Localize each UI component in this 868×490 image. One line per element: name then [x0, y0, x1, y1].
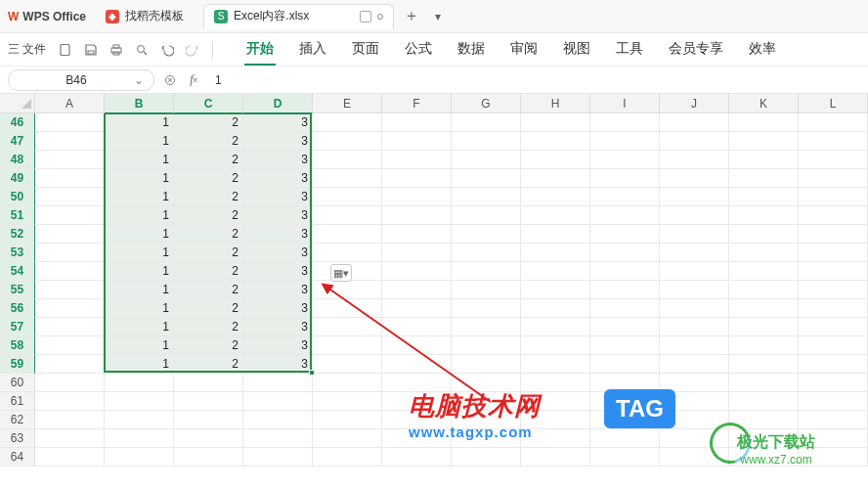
pin-icon[interactable]: [360, 11, 371, 22]
cell[interactable]: 2: [174, 132, 243, 151]
cell[interactable]: [729, 132, 799, 151]
cell[interactable]: [313, 113, 382, 132]
cell[interactable]: [313, 132, 382, 151]
cell[interactable]: [590, 113, 660, 132]
cell[interactable]: [452, 206, 521, 225]
row-header[interactable]: 59: [0, 355, 35, 374]
cell[interactable]: [799, 113, 868, 132]
cell[interactable]: [35, 169, 105, 188]
cell[interactable]: [521, 448, 590, 467]
cell[interactable]: [174, 448, 243, 467]
cell[interactable]: [590, 132, 660, 151]
column-header[interactable]: G: [452, 94, 521, 113]
cell[interactable]: [35, 336, 105, 355]
ribbon-tab-review[interactable]: 审阅: [508, 34, 540, 66]
cell[interactable]: 3: [243, 225, 313, 244]
cell[interactable]: [590, 188, 660, 206]
cell[interactable]: 2: [174, 225, 243, 244]
cell[interactable]: [105, 411, 174, 429]
cell[interactable]: 3: [243, 244, 313, 262]
cell[interactable]: [35, 318, 105, 336]
cell[interactable]: [382, 151, 452, 169]
print-icon[interactable]: [108, 42, 124, 58]
cell[interactable]: [660, 225, 729, 244]
cell[interactable]: 2: [174, 318, 243, 336]
cell[interactable]: [590, 281, 660, 299]
cell[interactable]: 1: [105, 132, 174, 151]
cell[interactable]: [452, 169, 521, 188]
cell[interactable]: 1: [105, 188, 174, 206]
cell[interactable]: [174, 374, 243, 392]
cell[interactable]: [452, 336, 521, 355]
cell[interactable]: [313, 281, 382, 299]
cell[interactable]: [105, 448, 174, 467]
cell[interactable]: [521, 188, 590, 206]
column-header[interactable]: L: [799, 94, 868, 113]
cell[interactable]: [799, 336, 868, 355]
row-header[interactable]: 52: [0, 225, 35, 244]
cell[interactable]: [729, 262, 799, 281]
cell[interactable]: [452, 113, 521, 132]
cell[interactable]: [174, 429, 243, 448]
row-header[interactable]: 50: [0, 188, 35, 206]
cell[interactable]: 2: [174, 244, 243, 262]
cell[interactable]: [660, 244, 729, 262]
column-header[interactable]: E: [313, 94, 382, 113]
cell[interactable]: [590, 318, 660, 336]
cell[interactable]: [382, 299, 452, 318]
cell[interactable]: [452, 281, 521, 299]
cell[interactable]: [105, 392, 174, 411]
cell[interactable]: [382, 206, 452, 225]
cell[interactable]: [799, 281, 868, 299]
cell[interactable]: [313, 355, 382, 374]
cell[interactable]: [174, 411, 243, 429]
row-header[interactable]: 58: [0, 336, 35, 355]
cell[interactable]: [313, 411, 382, 429]
cell[interactable]: 1: [105, 151, 174, 169]
row-header[interactable]: 57: [0, 318, 35, 336]
cell[interactable]: 1: [105, 299, 174, 318]
cell[interactable]: [313, 299, 382, 318]
cell[interactable]: [105, 429, 174, 448]
cell[interactable]: [35, 355, 105, 374]
cell[interactable]: [729, 392, 799, 411]
cell[interactable]: [313, 374, 382, 392]
cell[interactable]: [799, 411, 868, 429]
cell[interactable]: [660, 336, 729, 355]
cell[interactable]: 2: [174, 113, 243, 132]
column-header[interactable]: J: [660, 94, 729, 113]
cell[interactable]: [35, 244, 105, 262]
cell[interactable]: [521, 244, 590, 262]
cell[interactable]: [452, 448, 521, 467]
column-header[interactable]: C: [174, 94, 243, 113]
cancel-icon[interactable]: [162, 72, 178, 88]
name-box[interactable]: B46 ⌄: [8, 69, 154, 91]
cell[interactable]: 3: [243, 206, 313, 225]
cell[interactable]: 2: [174, 206, 243, 225]
cell[interactable]: [799, 318, 868, 336]
cell[interactable]: [590, 429, 660, 448]
cell[interactable]: [382, 188, 452, 206]
cell[interactable]: [590, 448, 660, 467]
cell[interactable]: 3: [243, 336, 313, 355]
ribbon-tab-member[interactable]: 会员专享: [667, 34, 725, 66]
cell[interactable]: [35, 206, 105, 225]
cell[interactable]: [799, 225, 868, 244]
tab-templates[interactable]: ◆ 找稻壳模板: [96, 4, 194, 29]
column-header[interactable]: H: [521, 94, 590, 113]
cell[interactable]: [452, 244, 521, 262]
cell[interactable]: [729, 169, 799, 188]
cell[interactable]: 3: [243, 113, 313, 132]
column-header[interactable]: I: [590, 94, 660, 113]
cell[interactable]: [382, 336, 452, 355]
fx-icon[interactable]: fx: [186, 72, 201, 88]
cell[interactable]: [729, 151, 799, 169]
cell[interactable]: [243, 392, 313, 411]
cell[interactable]: [243, 448, 313, 467]
undo-icon[interactable]: [159, 42, 175, 58]
cell[interactable]: [243, 429, 313, 448]
cell[interactable]: [313, 448, 382, 467]
cell[interactable]: [660, 299, 729, 318]
cell[interactable]: [590, 151, 660, 169]
cell[interactable]: [174, 392, 243, 411]
